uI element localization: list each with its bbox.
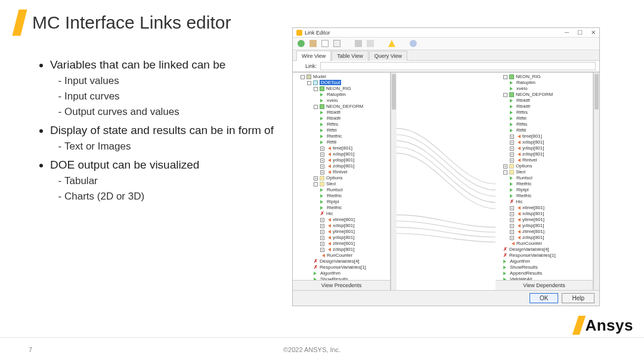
tree-row[interactable]: Rtftri — [320, 127, 389, 133]
tree-row[interactable]: +xdisp[801] — [320, 151, 389, 157]
tree-row[interactable]: +xtime[801] — [510, 205, 592, 211]
link-field[interactable] — [320, 62, 596, 70]
expand-icon[interactable]: + — [510, 206, 514, 210]
expand-icon[interactable]: + — [510, 230, 514, 234]
tree-row[interactable]: -Sled — [314, 181, 389, 187]
tree-row[interactable]: Runtscl — [510, 175, 592, 181]
tree-row[interactable]: Algorithm — [503, 259, 592, 264]
tree-row[interactable]: -NEON_RIG — [503, 74, 592, 80]
tree-row[interactable]: Rtftil — [320, 139, 389, 145]
tree-row[interactable]: +zdisp[801] — [510, 151, 592, 157]
expand-icon[interactable]: + — [510, 218, 514, 222]
doc-icon[interactable] — [333, 40, 340, 47]
expand-icon[interactable]: + — [320, 224, 324, 228]
tree-row[interactable]: +ydisp[801] — [510, 223, 592, 229]
minimize-icon[interactable]: ─ — [565, 29, 569, 36]
tree-row[interactable]: +ztime[801] — [510, 229, 592, 235]
expand-icon[interactable]: + — [320, 236, 324, 240]
tree-row[interactable]: Rtftis — [510, 122, 592, 127]
tree-row[interactable]: +Rintvel — [320, 169, 389, 175]
tree-row[interactable]: +time[801] — [510, 133, 592, 139]
tree-row[interactable]: Rtetfric — [320, 133, 389, 139]
expand-icon[interactable]: + — [510, 147, 514, 151]
tree-row[interactable]: -NEON_DEFORM — [503, 92, 592, 98]
expand-icon[interactable]: - — [503, 75, 507, 79]
tree-row[interactable]: -NEON_RIG — [314, 86, 389, 92]
tree-row[interactable]: +xtime[801] — [320, 217, 389, 223]
view-precedents-button[interactable]: View Precedents — [293, 280, 390, 290]
tree-row[interactable]: ✗ResponseVariables[1] — [503, 253, 592, 259]
globe-icon[interactable] — [410, 40, 417, 47]
tree-row[interactable]: +Rintvel — [510, 157, 592, 163]
expand-icon[interactable]: + — [320, 164, 324, 169]
tree-row[interactable]: Rtetfric — [510, 193, 592, 199]
tree-row[interactable]: Ratoptim — [320, 92, 389, 98]
tree-row[interactable]: Rtbktfl — [510, 98, 592, 104]
tree-row[interactable]: -NEON_DEFORM — [314, 104, 389, 110]
cut-icon[interactable] — [355, 40, 362, 47]
tree-row[interactable]: Riptpl — [510, 187, 592, 193]
view-dependents-button[interactable]: View Dependents — [496, 280, 593, 290]
right-tree[interactable]: -NEON_RIGRatoptimxvelo-NEON_DEFORMRtbktf… — [496, 73, 593, 280]
left-scrollbar[interactable] — [391, 73, 397, 290]
tree-row[interactable]: +time[801] — [320, 145, 389, 151]
tree-row[interactable]: +xdisp[801] — [320, 223, 389, 229]
tree-row[interactable]: +zdisp[801] — [320, 247, 389, 253]
tree-row[interactable]: Rtftil — [510, 127, 592, 133]
tree-row[interactable]: +zdisp[801] — [510, 235, 592, 241]
tree-row[interactable]: ✗DesignVariables[4] — [503, 247, 592, 253]
tab-query-view[interactable]: Query View — [369, 51, 407, 61]
tree-row[interactable]: Rtbktfr — [510, 104, 592, 110]
tree-row[interactable]: +ytime[801] — [510, 217, 592, 223]
tree-row[interactable]: +zdisp[801] — [320, 163, 389, 169]
tree-row[interactable]: +xdisp[801] — [510, 139, 592, 145]
expand-icon[interactable]: - — [314, 105, 318, 109]
tree-row[interactable]: xvelo — [320, 98, 389, 104]
tree-row[interactable]: Runtscl — [320, 187, 389, 193]
tab-table-view[interactable]: Table View — [332, 51, 368, 61]
tree-row[interactable]: Rtetfric — [320, 205, 389, 211]
expand-icon[interactable]: + — [320, 230, 324, 234]
tree-row[interactable]: Algorithm — [314, 270, 389, 276]
right-scrollbar[interactable] — [593, 73, 599, 290]
expand-icon[interactable]: + — [320, 147, 324, 151]
tree-row[interactable]: Rtftri — [510, 116, 592, 122]
expand-icon[interactable]: + — [510, 141, 514, 145]
expand-icon[interactable]: - — [301, 75, 305, 79]
tree-row[interactable]: ✗Hic — [510, 199, 592, 205]
tree-row[interactable]: ShowResults — [503, 264, 592, 270]
tree-row[interactable]: +ydisp[801] — [510, 145, 592, 151]
tree-row[interactable]: Rtetfric — [320, 193, 389, 199]
tree-row[interactable]: -DOETool — [307, 80, 389, 86]
expand-icon[interactable]: - — [503, 93, 507, 97]
tree-row[interactable]: +ydisp[801] — [320, 157, 389, 163]
tree-row[interactable]: +Options — [314, 175, 389, 181]
tree-row[interactable]: ✗DesignVariables[4] — [314, 259, 389, 264]
tree-row[interactable]: -Sled — [503, 169, 592, 175]
close-icon[interactable]: ✕ — [591, 29, 596, 36]
expand-icon[interactable]: + — [320, 158, 324, 163]
tree-row[interactable]: Rtbktfr — [320, 116, 389, 122]
tree-row[interactable]: ✗ResponseVariables[1] — [314, 264, 389, 270]
tree-row[interactable]: Rtftrs — [320, 122, 389, 127]
expand-icon[interactable]: + — [320, 218, 324, 222]
tree-row[interactable]: +xdisp[801] — [510, 211, 592, 217]
maximize-icon[interactable]: ☐ — [577, 29, 583, 36]
expand-icon[interactable]: - — [503, 170, 507, 175]
expand-icon[interactable]: + — [314, 176, 318, 181]
expand-icon[interactable]: + — [503, 164, 507, 169]
expand-icon[interactable]: + — [510, 236, 514, 240]
tree-row[interactable]: RunCounter — [510, 241, 592, 247]
tab-wire-view[interactable]: Wire View — [296, 51, 331, 61]
expand-icon[interactable]: - — [307, 81, 311, 85]
expand-icon[interactable]: + — [320, 170, 324, 175]
tree-row[interactable]: +ydisp[801] — [320, 235, 389, 241]
tree-row[interactable]: +Options — [503, 163, 592, 169]
copy-icon[interactable] — [367, 40, 374, 47]
expand-icon[interactable]: - — [314, 182, 318, 186]
warning-icon[interactable] — [388, 40, 395, 47]
expand-icon[interactable]: + — [320, 248, 324, 252]
refresh-icon[interactable] — [298, 40, 305, 47]
tree-row[interactable]: xvelo — [510, 86, 592, 92]
tree-row[interactable]: ✗Hic — [320, 211, 389, 217]
